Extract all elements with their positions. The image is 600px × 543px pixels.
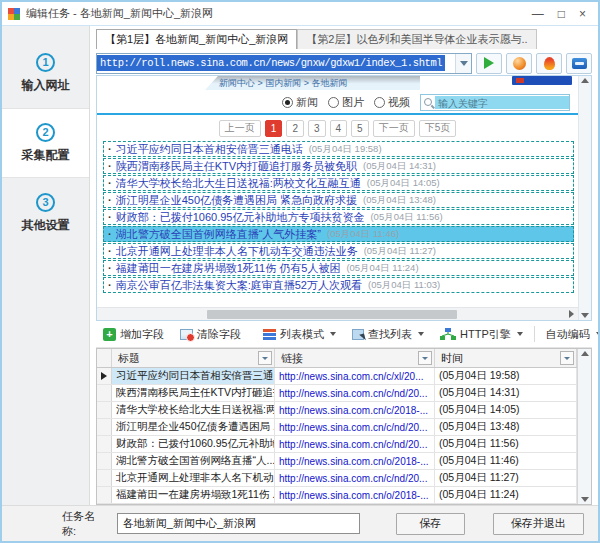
news-title-link[interactable]: 北京开通网上处理非本人名下机动车交通违法业务 (116, 244, 358, 259)
sidebar-step-2[interactable]: 2采集配置 (2, 108, 89, 178)
news-title-link[interactable]: 福建莆田一在建房坍塌致1死11伤 仍有5人被困 (116, 261, 341, 276)
cell-title[interactable]: 浙江明星企业450亿债务遭遇困局 ... (112, 419, 275, 435)
find-list-button[interactable]: 查找列表 (347, 324, 429, 345)
page-button-1[interactable]: 1 (265, 120, 283, 137)
http-engine-button[interactable]: HTTP引擎 (435, 324, 528, 345)
table-row[interactable]: 清华大学校长给北大生日送祝福:两...http://news.sina.com.… (97, 402, 577, 419)
cell-link[interactable]: http://news.sina.com.cn/c/2018-... (275, 402, 435, 418)
cell-title[interactable]: 习近平应约同日本首相安倍晋三通电话 (112, 368, 275, 384)
next-page-button[interactable]: 下一页 (373, 120, 415, 137)
task-name-input[interactable]: 各地新闻_新闻中心_新浪网 (117, 513, 360, 534)
table-row[interactable]: 陕西渭南移民局主任KTV内打砸追打...http://news.sina.com… (97, 385, 577, 402)
row-selector[interactable] (97, 470, 112, 486)
cell-title[interactable]: 陕西渭南移民局主任KTV内打砸追打... (112, 385, 275, 401)
save-button[interactable]: 保存 (396, 513, 465, 535)
browser-flame-button[interactable] (536, 53, 562, 74)
column-filter-button[interactable] (418, 351, 432, 365)
table-row[interactable]: 福建莆田一在建房坍塌致1死11伤 ...http://news.sina.com… (97, 487, 577, 504)
cell-link[interactable]: http://news.sina.com.cn/o/2018-... (275, 487, 435, 503)
table-row[interactable]: 湖北警方破全国首例网络直播“人...http://news.sina.com.c… (97, 453, 577, 470)
cell-link[interactable]: http://news.sina.com.cn/c/nd/20... (275, 419, 435, 435)
row-selector[interactable] (97, 419, 112, 435)
news-item[interactable]: ·福建莆田一在建房坍塌致1死11伤 仍有5人被困(05月04日 11:24) (103, 260, 574, 276)
cell-time[interactable]: (05月04日 14:31) (435, 385, 577, 401)
url-dropdown-button[interactable] (455, 54, 471, 73)
cell-time[interactable]: (05月04日 14:05) (435, 402, 577, 418)
radio-视频[interactable]: 视频 (374, 95, 410, 110)
add-field-button[interactable]: + 增加字段 (98, 324, 169, 345)
horizontal-scrollbar[interactable] (97, 307, 578, 320)
cell-title[interactable]: 福建莆田一在建房坍塌致1死11伤 ... (112, 487, 275, 503)
news-item[interactable]: ·习近平应约同日本首相安倍晋三通电话(05月04日 19:58) (103, 141, 574, 157)
row-selector[interactable] (97, 385, 112, 401)
layer-tab-2[interactable]: 【第2层】以色列和美国半导体企业表示愿与.. (297, 29, 536, 49)
list-mode-button[interactable]: 列表模式 (258, 324, 341, 345)
save-and-exit-button[interactable]: 保存并退出 (493, 513, 584, 535)
news-title-link[interactable]: 南京公审百亿非法集资大案:庭审直播52万人次观看 (116, 278, 362, 293)
cell-link[interactable]: http://news.sina.com.cn/c/nd/20... (275, 436, 435, 452)
radio-图片[interactable]: 图片 (328, 95, 364, 110)
cell-time[interactable]: (05月04日 13:48) (435, 419, 577, 435)
news-item[interactable]: ·清华大学校长给北大生日送祝福:两校文化互融互通(05月04日 14:05) (103, 175, 574, 191)
scroll-up-icon[interactable] (581, 78, 589, 83)
grid-vertical-scrollbar[interactable] (577, 349, 591, 504)
cell-link[interactable]: http://news.sina.com.cn/c/nd/20... (275, 385, 435, 401)
cell-title[interactable]: 湖北警方破全国首例网络直播“人... (112, 453, 275, 469)
page-button-3[interactable]: 3 (308, 120, 326, 137)
cell-time[interactable]: (05月04日 11:24) (435, 487, 577, 503)
news-item[interactable]: ·北京开通网上处理非本人名下机动车交通违法业务(05月04日 11:27) (103, 243, 574, 259)
minimize-button[interactable]: — (532, 7, 544, 21)
table-row[interactable]: 财政部：已拨付1060.95亿元补助地...http://news.sina.c… (97, 436, 577, 453)
cell-link[interactable]: http://news.sina.com.cn/c/nd/20... (275, 470, 435, 486)
column-filter-button[interactable] (258, 351, 272, 365)
jump-pages-button[interactable]: 下5页 (419, 120, 457, 137)
news-title-link[interactable]: 湖北警方破全国首例网络直播“人气外挂案” (116, 227, 321, 242)
cell-time[interactable]: (05月04日 19:58) (435, 368, 577, 384)
scrollbar-thumb[interactable] (207, 310, 457, 319)
vertical-scrollbar[interactable] (578, 76, 591, 320)
sidebar-step-1[interactable]: 1输入网址 (2, 38, 89, 108)
news-item[interactable]: ·南京公审百亿非法集资大案:庭审直播52万人次观看(05月04日 11:03) (103, 277, 574, 293)
row-selector[interactable] (97, 487, 112, 503)
news-title-link[interactable]: 清华大学校长给北大生日送祝福:两校文化互融互通 (116, 176, 361, 191)
page-button-2[interactable]: 2 (286, 120, 304, 137)
cell-title[interactable]: 财政部：已拨付1060.95亿元补助地... (112, 436, 275, 452)
radio-新闻[interactable]: 新闻 (282, 95, 318, 110)
prev-page-button[interactable]: 上一页 (219, 120, 261, 137)
news-title-link[interactable]: 浙江明星企业450亿债务遭遇困局 紧急向政府求援 (116, 193, 357, 208)
news-title-link[interactable]: 财政部：已拨付1060.95亿元补助地方专项扶贫资金 (116, 210, 365, 225)
auto-encoding-button[interactable]: 自动编码 (541, 324, 600, 345)
close-button[interactable]: × (579, 7, 586, 21)
maximize-button[interactable]: □ (558, 7, 565, 21)
page-button-4[interactable]: 4 (330, 120, 348, 137)
news-title-link[interactable]: 习近平应约同日本首相安倍晋三通电话 (116, 142, 303, 157)
sidebar-step-3[interactable]: 3其他设置 (2, 178, 89, 248)
news-item[interactable]: ·湖北警方破全国首例网络直播“人气外挂案”(05月04日 11:46) (103, 226, 574, 242)
row-selector[interactable] (97, 453, 112, 469)
cell-time[interactable]: (05月04日 11:56) (435, 436, 577, 452)
table-row[interactable]: 浙江明星企业450亿债务遭遇困局 ...http://news.sina.com… (97, 419, 577, 436)
news-item[interactable]: ·财政部：已拨付1060.95亿元补助地方专项扶贫资金(05月04日 11:56… (103, 209, 574, 225)
scroll-right-icon[interactable] (569, 310, 574, 318)
url-combobox[interactable]: http://roll.news.sina.com.cn/news/gnxw/g… (96, 53, 472, 74)
scroll-down-icon[interactable] (581, 497, 589, 502)
cell-time[interactable]: (05月04日 11:27) (435, 470, 577, 486)
layer-tab-1[interactable]: 【第1层】各地新闻_新闻中心_新浪网 (96, 29, 297, 49)
cell-link[interactable]: http://news.sina.com.cn/c/xl/20... (275, 368, 435, 384)
news-item[interactable]: ·陕西渭南移民局主任KTV内打砸追打服务员被免职(05月04日 14:31) (103, 158, 574, 174)
clear-field-button[interactable]: 清除字段 (175, 324, 246, 345)
cell-title[interactable]: 北京开通网上处理非本人名下机动... (112, 470, 275, 486)
browser-ie-button[interactable] (566, 53, 592, 74)
cell-link[interactable]: http://news.sina.com.cn/o/2018-... (275, 453, 435, 469)
cell-time[interactable]: (05月04日 11:46) (435, 453, 577, 469)
page-button-5[interactable]: 5 (351, 120, 369, 137)
row-selector[interactable] (97, 402, 112, 418)
table-row[interactable]: 习近平应约同日本首相安倍晋三通电话http://news.sina.com.cn… (97, 368, 577, 385)
run-button[interactable] (476, 53, 502, 74)
scroll-down-icon[interactable] (581, 313, 589, 318)
row-selector[interactable] (97, 368, 112, 384)
table-row[interactable]: 北京开通网上处理非本人名下机动...http://news.sina.com.c… (97, 470, 577, 487)
cell-title[interactable]: 清华大学校长给北大生日送祝福:两... (112, 402, 275, 418)
news-title-link[interactable]: 陕西渭南移民局主任KTV内打砸追打服务员被免职 (116, 159, 357, 174)
browser-ball-button[interactable] (506, 53, 532, 74)
